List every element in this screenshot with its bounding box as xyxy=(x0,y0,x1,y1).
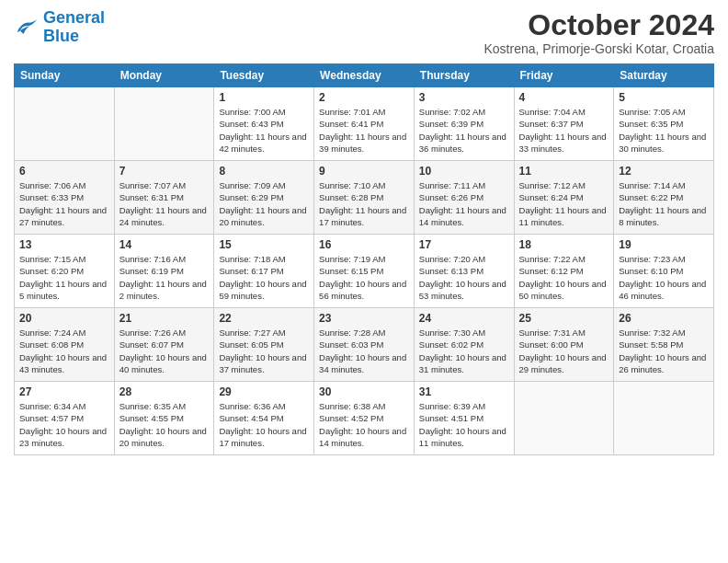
calendar-cell: 8Sunrise: 7:09 AMSunset: 6:29 PMDaylight… xyxy=(214,161,314,235)
logo-line2: Blue xyxy=(43,27,79,45)
location: Kostrena, Primorje-Gorski Kotar, Croatia xyxy=(483,41,714,56)
day-info: Sunrise: 7:27 AMSunset: 6:05 PMDaylight:… xyxy=(219,327,309,375)
sunrise-text: Sunrise: 7:30 AM xyxy=(419,327,485,338)
sunset-text: Sunset: 6:24 PM xyxy=(519,192,584,202)
sunrise-text: Sunrise: 7:22 AM xyxy=(519,254,586,264)
calendar-cell: 18Sunrise: 7:22 AMSunset: 6:12 PMDayligh… xyxy=(514,235,614,308)
day-info: Sunrise: 7:11 AMSunset: 6:26 PMDaylight:… xyxy=(419,179,509,228)
calendar-cell: 11Sunrise: 7:12 AMSunset: 6:24 PMDayligh… xyxy=(514,161,614,235)
day-number: 12 xyxy=(619,165,709,178)
day-info: Sunrise: 7:31 AMSunset: 6:00 PMDaylight:… xyxy=(519,327,609,375)
logo-text: General Blue xyxy=(43,9,105,46)
day-number: 18 xyxy=(519,238,609,251)
weekday-header-monday: Monday xyxy=(114,64,214,87)
day-info: Sunrise: 7:32 AMSunset: 5:58 PMDaylight:… xyxy=(619,327,709,375)
calendar-cell: 16Sunrise: 7:19 AMSunset: 6:15 PMDayligh… xyxy=(314,235,415,308)
calendar-cell xyxy=(614,382,714,455)
calendar-cell: 4Sunrise: 7:04 AMSunset: 6:37 PMDaylight… xyxy=(514,87,614,161)
sunset-text: Sunset: 4:57 PM xyxy=(19,413,84,423)
sunrise-text: Sunrise: 7:12 AM xyxy=(519,180,586,190)
sunrise-text: Sunrise: 7:28 AM xyxy=(319,327,385,338)
calendar-cell: 23Sunrise: 7:28 AMSunset: 6:03 PMDayligh… xyxy=(314,308,415,382)
calendar-cell: 22Sunrise: 7:27 AMSunset: 6:05 PMDayligh… xyxy=(214,308,314,382)
calendar-cell: 17Sunrise: 7:20 AMSunset: 6:13 PMDayligh… xyxy=(414,235,514,308)
sunset-text: Sunset: 6:02 PM xyxy=(419,339,483,350)
day-info: Sunrise: 7:05 AMSunset: 6:35 PMDaylight:… xyxy=(619,106,709,155)
calendar-cell: 3Sunrise: 7:02 AMSunset: 6:39 PMDaylight… xyxy=(414,87,514,161)
daylight-text: Daylight: 10 hours and 56 minutes. xyxy=(319,279,406,301)
calendar-cell: 21Sunrise: 7:26 AMSunset: 6:07 PMDayligh… xyxy=(114,308,214,382)
sunset-text: Sunset: 6:19 PM xyxy=(119,266,184,276)
logo-icon xyxy=(14,15,40,40)
daylight-text: Daylight: 10 hours and 11 minutes. xyxy=(419,426,506,448)
day-info: Sunrise: 6:34 AMSunset: 4:57 PMDaylight:… xyxy=(19,400,109,449)
sunrise-text: Sunrise: 7:00 AM xyxy=(219,107,285,117)
sunset-text: Sunset: 6:20 PM xyxy=(19,266,84,276)
day-info: Sunrise: 7:07 AMSunset: 6:31 PMDaylight:… xyxy=(119,179,210,228)
sunrise-text: Sunrise: 7:18 AM xyxy=(219,254,285,264)
logo-line1: General xyxy=(43,8,105,27)
daylight-text: Daylight: 11 hours and 14 minutes. xyxy=(419,205,506,227)
day-info: Sunrise: 7:24 AMSunset: 6:08 PMDaylight:… xyxy=(19,327,109,375)
daylight-text: Daylight: 10 hours and 50 minutes. xyxy=(519,279,607,301)
calendar-cell: 27Sunrise: 6:34 AMSunset: 4:57 PMDayligh… xyxy=(15,382,115,455)
weekday-header-tuesday: Tuesday xyxy=(214,64,314,87)
day-number: 23 xyxy=(319,312,409,325)
day-number: 15 xyxy=(219,238,309,251)
sunrise-text: Sunrise: 6:38 AM xyxy=(319,401,385,411)
calendar-cell xyxy=(15,87,115,161)
day-info: Sunrise: 7:20 AMSunset: 6:13 PMDaylight:… xyxy=(419,253,509,302)
daylight-text: Daylight: 10 hours and 20 minutes. xyxy=(119,426,207,448)
daylight-text: Daylight: 11 hours and 30 minutes. xyxy=(619,132,706,154)
daylight-text: Daylight: 11 hours and 17 minutes. xyxy=(319,205,406,227)
daylight-text: Daylight: 10 hours and 37 minutes. xyxy=(219,352,306,374)
sunrise-text: Sunrise: 7:14 AM xyxy=(619,180,685,190)
title-section: October 2024 Kostrena, Primorje-Gorski K… xyxy=(483,9,714,56)
sunrise-text: Sunrise: 6:36 AM xyxy=(219,401,285,411)
calendar-table: SundayMondayTuesdayWednesdayThursdayFrid… xyxy=(14,63,714,455)
sunset-text: Sunset: 6:17 PM xyxy=(219,266,283,276)
day-info: Sunrise: 7:28 AMSunset: 6:03 PMDaylight:… xyxy=(319,327,409,375)
day-number: 25 xyxy=(519,312,609,325)
sunrise-text: Sunrise: 7:19 AM xyxy=(319,254,385,264)
calendar-cell: 2Sunrise: 7:01 AMSunset: 6:41 PMDaylight… xyxy=(314,87,415,161)
sunrise-text: Sunrise: 7:07 AM xyxy=(119,180,186,190)
calendar-cell: 5Sunrise: 7:05 AMSunset: 6:35 PMDaylight… xyxy=(614,87,714,161)
calendar-cell: 24Sunrise: 7:30 AMSunset: 6:02 PMDayligh… xyxy=(414,308,514,382)
calendar-cell: 19Sunrise: 7:23 AMSunset: 6:10 PMDayligh… xyxy=(614,235,714,308)
sunrise-text: Sunrise: 6:35 AM xyxy=(119,401,186,411)
sunset-text: Sunset: 4:54 PM xyxy=(219,413,283,423)
sunset-text: Sunset: 6:12 PM xyxy=(519,266,584,276)
day-number: 9 xyxy=(319,165,409,178)
daylight-text: Daylight: 10 hours and 34 minutes. xyxy=(319,352,406,374)
weekday-header-thursday: Thursday xyxy=(414,64,514,87)
day-number: 16 xyxy=(319,238,409,251)
day-number: 19 xyxy=(619,238,709,251)
daylight-text: Daylight: 10 hours and 40 minutes. xyxy=(119,352,207,374)
sunset-text: Sunset: 4:52 PM xyxy=(319,413,383,423)
sunset-text: Sunset: 4:51 PM xyxy=(419,413,483,423)
daylight-text: Daylight: 11 hours and 27 minutes. xyxy=(19,205,107,227)
sunrise-text: Sunrise: 7:01 AM xyxy=(319,107,385,117)
daylight-text: Daylight: 11 hours and 11 minutes. xyxy=(519,205,607,227)
calendar-cell: 10Sunrise: 7:11 AMSunset: 6:26 PMDayligh… xyxy=(414,161,514,235)
sunrise-text: Sunrise: 7:06 AM xyxy=(19,180,85,190)
sunset-text: Sunset: 6:33 PM xyxy=(19,192,84,202)
day-info: Sunrise: 7:26 AMSunset: 6:07 PMDaylight:… xyxy=(119,327,210,375)
sunrise-text: Sunrise: 7:09 AM xyxy=(219,180,285,190)
sunset-text: Sunset: 6:00 PM xyxy=(519,339,584,350)
day-info: Sunrise: 7:16 AMSunset: 6:19 PMDaylight:… xyxy=(119,253,210,302)
sunset-text: Sunset: 6:39 PM xyxy=(419,119,483,129)
sunrise-text: Sunrise: 6:34 AM xyxy=(19,401,85,411)
day-info: Sunrise: 7:18 AMSunset: 6:17 PMDaylight:… xyxy=(219,253,309,302)
day-number: 14 xyxy=(119,238,210,251)
calendar-cell: 20Sunrise: 7:24 AMSunset: 6:08 PMDayligh… xyxy=(15,308,115,382)
day-number: 28 xyxy=(119,385,210,398)
day-info: Sunrise: 7:10 AMSunset: 6:28 PMDaylight:… xyxy=(319,179,409,228)
daylight-text: Daylight: 10 hours and 29 minutes. xyxy=(519,352,607,374)
daylight-text: Daylight: 11 hours and 33 minutes. xyxy=(519,132,607,154)
calendar-cell: 31Sunrise: 6:39 AMSunset: 4:51 PMDayligh… xyxy=(414,382,514,455)
sunset-text: Sunset: 6:07 PM xyxy=(119,339,184,350)
day-info: Sunrise: 7:02 AMSunset: 6:39 PMDaylight:… xyxy=(419,106,509,155)
calendar-cell: 7Sunrise: 7:07 AMSunset: 6:31 PMDaylight… xyxy=(114,161,214,235)
